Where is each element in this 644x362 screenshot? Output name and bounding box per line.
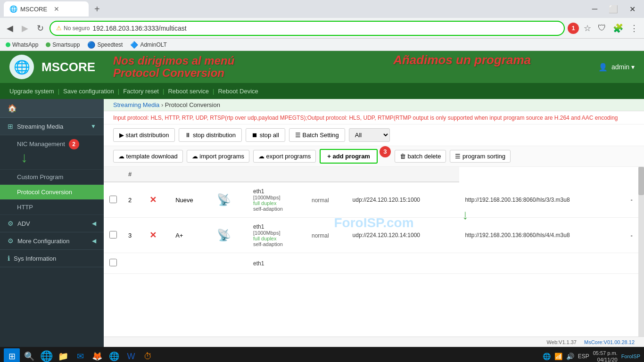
nav-upgrade[interactable]: Upgrade system	[9, 88, 54, 95]
add-program-button[interactable]: + add program	[320, 149, 378, 164]
taskbar-lang: ESP	[578, 353, 589, 360]
admin-label[interactable]: admin ▾	[611, 63, 635, 71]
export-programs-button[interactable]: ☁ export programs	[253, 150, 316, 163]
table-row: 3 ✕ A+ 📡	[104, 218, 644, 253]
sidebar-section-streaming[interactable]: ⊞ Streaming Media ▼	[0, 118, 104, 135]
taskbar-search[interactable]: 🔍	[22, 349, 37, 362]
row-checkbox-1[interactable]	[109, 196, 117, 203]
browser-chrome: 🌐 MSCORE ✕ + ─ ⬜ ✕ ◀ ▶ ↻ ⚠ No seguro 192…	[0, 0, 644, 51]
row-delete-1[interactable]: ✕	[149, 195, 157, 205]
row-checkbox-3[interactable]	[109, 259, 117, 266]
tutorial-add-label: Añadimos un programa	[393, 53, 531, 67]
taskbar-network-icon: 🌐	[543, 353, 551, 360]
nav-save[interactable]: Save configuration	[63, 88, 114, 95]
taskbar-right: 🌐 📶 🔊 ESP 05:57 p.m. 04/11/20 ForoISP	[543, 350, 640, 362]
nav-factory-reset[interactable]: Factory reset	[123, 88, 159, 95]
scrollbar-track[interactable]	[638, 167, 644, 337]
more-expand-icon: ◀	[92, 238, 96, 244]
more-icon[interactable]: ⋮	[628, 21, 640, 35]
taskbar-date: 04/11/20	[593, 356, 618, 362]
status-1: normal	[312, 197, 329, 204]
sidebar-item-http[interactable]: HTTP	[0, 200, 104, 215]
bookmark-adminolt[interactable]: 🔷 AdminOLT	[130, 41, 166, 49]
address-bar: ⚠ No seguro 192.168.203.136:3333/multica…	[50, 21, 565, 36]
back-button[interactable]: ◀	[4, 21, 16, 35]
tutorial-heading: Nos dirigimos al menú	[113, 55, 234, 67]
info-text: Input protocol: HLS, HTTP, RTP, UDP, RTS…	[113, 115, 618, 121]
window-controls: ─ ⬜ ✕	[587, 3, 640, 16]
breadcrumb-streaming[interactable]: Streaming Media	[113, 101, 159, 108]
sidebar-section-adv[interactable]: ⚙ ADV ◀	[0, 215, 104, 232]
app-area: 🌐 MSCORE Nos dirigimos al menú Protocol …	[0, 51, 644, 347]
sidebar-item-nic[interactable]: NIC Management 2 ↓	[0, 135, 104, 170]
minimize-button[interactable]: ─	[587, 3, 602, 16]
address-text[interactable]: 192.168.203.136:3333/multicast	[92, 25, 558, 32]
start-button[interactable]: ⊞	[4, 348, 20, 362]
stop-all-button[interactable]: ⏹ stop all	[246, 128, 285, 142]
stop-distribution-button[interactable]: ⏸ stop distribution	[179, 128, 242, 142]
taskbar-wifi-icon: 📶	[554, 353, 562, 360]
main-panel: ForoISP.com Streaming Media › Protocol C…	[104, 99, 644, 347]
row-delete-2[interactable]: ✕	[149, 230, 157, 240]
bookmark-smartsupp[interactable]: Smartsupp	[46, 41, 80, 48]
top-navbar: Upgrade system | Save configuration | Fa…	[0, 83, 644, 99]
star-icon[interactable]: ☆	[582, 21, 593, 35]
forward-button[interactable]: ▶	[19, 21, 31, 35]
program-sorting-button[interactable]: ☰ program sorting	[450, 150, 511, 163]
scrollbar-thumb[interactable]	[638, 167, 644, 195]
shield-icon[interactable]: 🛡	[596, 21, 608, 35]
network-info-3: eth1	[253, 260, 300, 267]
taskbar-source: ForoISP	[621, 354, 640, 359]
batch-setting-button[interactable]: ☰ Batch Setting	[289, 128, 345, 142]
adv-label: ADV	[17, 220, 30, 227]
filter-select[interactable]: All Active Stopped	[349, 128, 390, 142]
tab-favicon: 🌐	[9, 5, 17, 13]
import-programs-button[interactable]: ☁ import programs	[187, 150, 249, 163]
taskbar-word[interactable]: W	[124, 349, 139, 362]
nav-reboot-service[interactable]: Reboot service	[168, 88, 209, 95]
taskbar-folder[interactable]: 📁	[56, 349, 71, 362]
bookmark-speedtest[interactable]: 🔵 Speedtest	[87, 41, 123, 49]
close-button[interactable]: ✕	[625, 3, 640, 16]
network-info-2: eth1 [1000Mbps] full duplex self-adaptio…	[253, 223, 300, 247]
tab-close-icon[interactable]: ✕	[54, 5, 59, 13]
app-header: 🌐 MSCORE Nos dirigimos al menú Protocol …	[0, 51, 644, 83]
streaming-grid-icon: ⊞	[8, 123, 13, 130]
stream-icon-2: 📡	[217, 229, 231, 241]
nav-reboot-device[interactable]: Reboot Device	[218, 88, 258, 95]
sidebar: 🏠 ⊞ Streaming Media ▼ NIC Management 2 ↓…	[0, 99, 104, 347]
security-warning-icon: ⚠	[56, 25, 62, 32]
sidebar-item-custom[interactable]: Custom Program	[0, 170, 104, 185]
tutorial-overlay-left: Nos dirigimos al menú Protocol Conversio…	[113, 55, 234, 80]
browser-tab: 🌐 MSCORE ✕	[4, 1, 89, 16]
main-row: 🏠 ⊞ Streaming Media ▼ NIC Management 2 ↓…	[0, 99, 644, 347]
table-row: eth1	[104, 253, 644, 274]
taskbar-mail[interactable]: ✉	[73, 349, 88, 362]
taskbar-firefox[interactable]: 🦊	[90, 349, 105, 362]
extra-1: -	[630, 196, 632, 203]
header-right: 👤 admin ▾	[598, 63, 635, 72]
badge-3: 3	[380, 146, 391, 157]
bookmark-whatsapp[interactable]: WhatsApp	[6, 41, 38, 48]
row-id-2: 3	[128, 232, 132, 239]
extensions-icon[interactable]: 🧩	[611, 21, 625, 35]
taskbar-app5[interactable]: 🌐	[107, 349, 122, 362]
start-distribution-button[interactable]: ▶ start distribution	[113, 128, 175, 142]
batch-delete-button[interactable]: 🗑 batch delete	[395, 150, 446, 163]
sidebar-home[interactable]: 🏠	[0, 99, 104, 118]
sidebar-section-sysinfo[interactable]: ℹ Sys Information	[0, 250, 104, 267]
network-info-1: eth1 [1000Mbps] full duplex self-adaptio…	[253, 188, 300, 212]
table-row: 2 ✕ Nueve 📡	[104, 182, 644, 218]
new-tab-button[interactable]: +	[91, 2, 104, 16]
taskbar-edge[interactable]: 🌐	[39, 349, 54, 362]
sysinfo-icon: ℹ	[8, 255, 10, 262]
row-checkbox-2[interactable]	[109, 231, 117, 239]
template-download-button[interactable]: ☁ template download	[113, 150, 183, 163]
restore-button[interactable]: ⬜	[604, 3, 623, 16]
sidebar-section-more[interactable]: ⚙ More Configuration ◀	[0, 232, 104, 250]
reload-button[interactable]: ↻	[34, 21, 47, 35]
adv-expand-icon: ◀	[92, 220, 96, 227]
taskbar-app7[interactable]: ⏱	[140, 349, 156, 362]
sidebar-item-protocol[interactable]: Protocol Conversion	[0, 185, 104, 200]
mscore-version: MsCore:V01.00.28.12	[584, 339, 635, 345]
